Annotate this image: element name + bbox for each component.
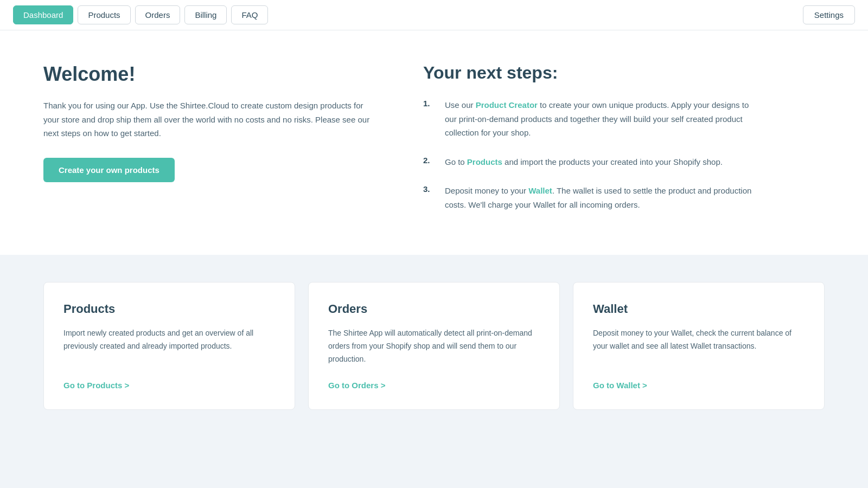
step-2-text: Go to Products and import the products y…	[445, 155, 723, 169]
wallet-card-text: Deposit money to your Wallet, check the …	[593, 327, 805, 365]
welcome-panel: Welcome! Thank you for using our App. Us…	[43, 63, 380, 211]
steps-list: 1. Use our Product Creator to create you…	[423, 98, 760, 211]
wallet-link[interactable]: Wallet	[528, 186, 552, 195]
nav-faq[interactable]: FAQ	[231, 5, 268, 24]
wallet-card-title: Wallet	[593, 302, 805, 316]
nav-orders[interactable]: Orders	[135, 5, 181, 24]
top-section: Welcome! Thank you for using our App. Us…	[43, 63, 825, 211]
orders-card-title: Orders	[328, 302, 540, 316]
wallet-card: Wallet Deposit money to your Wallet, che…	[573, 282, 825, 410]
welcome-title: Welcome!	[43, 63, 380, 86]
settings-button[interactable]: Settings	[803, 5, 855, 24]
next-steps-title: Your next steps:	[423, 63, 760, 83]
go-to-wallet-link[interactable]: Go to Wallet >	[593, 381, 805, 390]
step-2-number: 2.	[423, 155, 436, 165]
go-to-products-link[interactable]: Go to Products >	[63, 381, 275, 390]
go-to-orders-link[interactable]: Go to Orders >	[328, 381, 540, 390]
products-card-title: Products	[63, 302, 275, 316]
nav-products[interactable]: Products	[78, 5, 130, 24]
products-link[interactable]: Products	[467, 157, 502, 166]
step-3: 3. Deposit money to your Wallet. The wal…	[423, 184, 760, 211]
welcome-description: Thank you for using our App. Use the Shi…	[43, 99, 380, 140]
nav-dashboard[interactable]: Dashboard	[13, 5, 73, 24]
navbar: Dashboard Products Orders Billing FAQ Se…	[0, 0, 868, 30]
orders-card-text: The Shirtee App will automatically detec…	[328, 327, 540, 365]
product-creator-link[interactable]: Product Creator	[476, 100, 538, 110]
step-1-number: 1.	[423, 98, 436, 108]
step-2: 2. Go to Products and import the product…	[423, 155, 760, 169]
create-products-button[interactable]: Create your own products	[43, 158, 175, 182]
step-3-number: 3.	[423, 184, 436, 194]
step-1: 1. Use our Product Creator to create you…	[423, 98, 760, 140]
cards-section: Products Import newly created products a…	[0, 255, 868, 437]
products-card: Products Import newly created products a…	[43, 282, 295, 410]
orders-card: Orders The Shirtee App will automaticall…	[308, 282, 560, 410]
products-card-text: Import newly created products and get an…	[63, 327, 275, 365]
step-1-text: Use our Product Creator to create your o…	[445, 98, 760, 140]
next-steps-panel: Your next steps: 1. Use our Product Crea…	[423, 63, 760, 211]
main-content: Welcome! Thank you for using our App. Us…	[0, 30, 868, 255]
step-3-text: Deposit money to your Wallet. The wallet…	[445, 184, 760, 211]
nav-billing[interactable]: Billing	[184, 5, 227, 24]
